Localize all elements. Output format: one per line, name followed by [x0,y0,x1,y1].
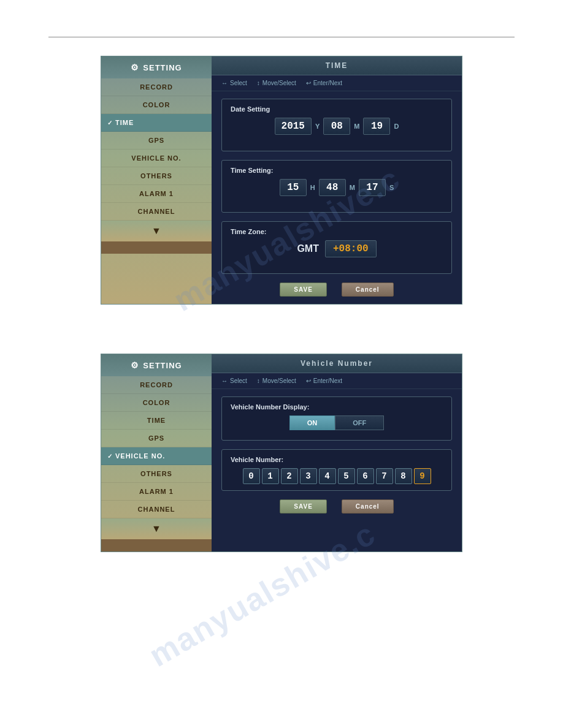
digit-9[interactable]: 9 [414,468,431,484]
sidebar-item-others[interactable]: OTHERS [101,167,212,185]
sidebar-item-time[interactable]: TIME [101,114,212,132]
toggle-off-button[interactable]: OFF [335,415,384,430]
digit-0[interactable]: 0 [243,468,260,484]
digit-6[interactable]: 6 [357,468,374,484]
minute-value[interactable]: 48 [319,179,346,196]
month-unit: M [354,123,359,130]
content-nav: ↔ Select ↕ Move/Select ↩ Enter/Next [212,75,462,91]
minute-unit: M [350,184,355,191]
sidebar-bottom-bar [101,241,212,254]
digit-2[interactable]: 2 [281,468,298,484]
sidebar-scroll-down[interactable]: ▼ [101,221,212,241]
digit-7[interactable]: 7 [376,468,393,484]
cancel-button[interactable]: Cancel [342,282,394,297]
digit-5[interactable]: 5 [338,468,355,484]
sidebar2-item-record[interactable]: RECORD [101,376,212,394]
date-setting-box: Date Setting 2015 Y 08 M 19 D [221,99,452,151]
sidebar2-item-alarm1[interactable]: ALARM 1 [101,483,212,501]
sidebar2-scroll-down[interactable]: ▼ [101,518,212,539]
second-unit: S [389,184,394,191]
sidebar-header: ⚙ SETTING [101,56,212,78]
digit-4[interactable]: 4 [319,468,336,484]
digit-1[interactable]: 1 [262,468,279,484]
vehicle-display-label: Vehicle Number Display: [231,403,443,411]
vehicle-digits-row: 0 1 2 3 4 5 6 7 8 9 [231,468,443,484]
button-row-2: SAVE Cancel [221,499,452,514]
date-setting-label: Date Setting [231,105,443,113]
sidebar-item-channel[interactable]: CHANNEL [101,203,212,221]
sidebar2-item-vehicle-no[interactable]: VEHICLE NO. [101,447,212,465]
nav-select: ↔ Select [221,80,247,86]
time-display-row: 15 H 48 M 17 S [231,179,443,196]
sidebar-title: SETTING [143,63,182,72]
cancel-button-2[interactable]: Cancel [342,499,394,514]
vehicle-display-box: Vehicle Number Display: ON OFF [221,396,452,441]
sidebar2-item-color[interactable]: COLOR [101,394,212,412]
top-divider [48,37,515,37]
arrow-lr-icon-2: ↔ [221,377,228,384]
nav2-enter-next: ↩ Enter/Next [306,377,342,384]
toggle-row: ON OFF [231,415,443,430]
sidebar-item-gps[interactable]: GPS [101,132,212,150]
sidebar-item-vehicle-no[interactable]: VEHICLE NO. [101,150,212,167]
year-value[interactable]: 2015 [275,118,312,135]
hour-value[interactable]: 15 [280,179,307,196]
arrow-ud-icon-2: ↕ [257,377,260,384]
timezone-row: GMT +08:00 [231,240,443,257]
sidebar-item-alarm1[interactable]: ALARM 1 [101,185,212,203]
nav2-select: ↔ Select [221,377,247,384]
content-nav-2: ↔ Select ↕ Move/Select ↩ Enter/Next [212,373,462,389]
arrow-ud-icon: ↕ [257,80,260,86]
content-title-2: Vehicle Number [212,354,462,373]
nav2-move-select: ↕ Move/Select [257,377,296,384]
gear-icon: ⚙ [131,63,139,72]
arrow-enter-icon: ↩ [306,80,311,86]
content-title: TIME [212,56,462,75]
vehicle-number-box: Vehicle Number: 0 1 2 3 4 5 6 7 8 9 [221,449,452,491]
content-time: TIME ↔ Select ↕ Move/Select ↩ Enter/Next [212,56,462,304]
gear-icon-2: ⚙ [131,360,139,370]
sidebar2-item-time[interactable]: TIME [101,412,212,430]
time-setting-box: Time Setting: 15 H 48 M 17 S [221,160,452,213]
second-value[interactable]: 17 [359,179,386,196]
year-unit: Y [315,123,320,130]
button-row: SAVE Cancel [221,282,452,297]
hour-unit: H [310,184,315,191]
toggle-on-button[interactable]: ON [289,415,335,430]
arrow-enter-icon-2: ↩ [306,377,311,384]
content-vehicle: Vehicle Number ↔ Select ↕ Move/Select ↩ … [212,354,462,552]
content-body: Date Setting 2015 Y 08 M 19 D Time Setti… [212,91,462,304]
arrow-lr-icon: ↔ [221,80,228,86]
sidebar-time: ⚙ SETTING RECORD COLOR TIME GPS VEHICLE … [101,56,212,304]
timezone-value[interactable]: +08:00 [325,240,377,257]
save-button-2[interactable]: SAVE [280,499,327,514]
sidebar2-item-others[interactable]: OTHERS [101,465,212,483]
time-setting-label: Time Setting: [231,167,443,174]
sidebar-header-2: ⚙ SETTING [101,354,212,376]
timezone-box: Time Zone: GMT +08:00 [221,221,452,274]
sidebar2-item-gps[interactable]: GPS [101,430,212,447]
nav-move-select: ↕ Move/Select [257,80,296,86]
day-value[interactable]: 19 [363,118,390,135]
sidebar-vehicle: ⚙ SETTING RECORD COLOR TIME GPS VEHICLE … [101,354,212,552]
sidebar-title-2: SETTING [143,361,182,370]
nav-enter-next: ↩ Enter/Next [306,80,342,86]
content-body-2: Vehicle Number Display: ON OFF Vehicle N… [212,389,462,552]
vehicle-number-label: Vehicle Number: [231,456,443,463]
digit-8[interactable]: 8 [395,468,412,484]
sidebar-item-color[interactable]: COLOR [101,96,212,114]
sidebar2-bottom-bar [101,539,212,552]
day-unit: D [394,123,399,130]
sidebar-item-record[interactable]: RECORD [101,78,212,96]
month-value[interactable]: 08 [323,118,350,135]
date-display-row: 2015 Y 08 M 19 D [231,118,443,135]
digit-3[interactable]: 3 [300,468,317,484]
save-button[interactable]: SAVE [280,282,327,297]
panel-time: ⚙ SETTING RECORD COLOR TIME GPS VEHICLE … [101,56,462,305]
panel-vehicle: ⚙ SETTING RECORD COLOR TIME GPS VEHICLE … [101,354,462,552]
timezone-label: Time Zone: [231,228,443,235]
gmt-label: GMT [297,243,319,254]
sidebar2-item-channel[interactable]: CHANNEL [101,501,212,518]
